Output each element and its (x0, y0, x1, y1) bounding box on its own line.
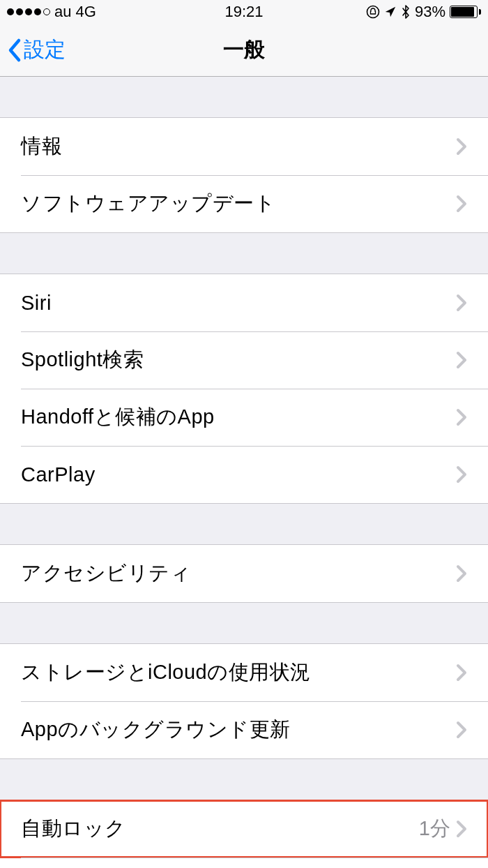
settings-row[interactable]: Siri (0, 274, 488, 331)
settings-row[interactable]: アクセシビリティ (0, 545, 488, 602)
section-gap (0, 603, 488, 643)
settings-row[interactable]: Spotlight検索 (0, 331, 488, 389)
nav-bar: 設定 一般 (0, 24, 488, 77)
page-title: 一般 (223, 36, 265, 64)
chevron-right-icon (456, 465, 467, 484)
row-label: ソフトウェアアップデート (21, 190, 456, 218)
location-icon (384, 6, 397, 18)
row-label: Siri (21, 292, 456, 315)
chevron-right-icon (456, 293, 467, 313)
svg-point-0 (367, 6, 379, 18)
settings-group: アクセシビリティ (0, 544, 488, 603)
settings-row[interactable]: ソフトウェアアップデート (0, 175, 488, 232)
battery-icon (450, 6, 481, 18)
section-gap (0, 233, 488, 274)
chevron-right-icon (456, 564, 467, 583)
chevron-right-icon (456, 720, 467, 740)
settings-group: 自動ロック1分機能制限オン (0, 800, 488, 868)
back-button[interactable]: 設定 (0, 36, 66, 64)
settings-row[interactable]: ストレージとiCloudの使用状況 (0, 644, 488, 701)
row-label: Handoffと候補のApp (21, 403, 456, 431)
row-label: Spotlight検索 (21, 346, 456, 374)
carrier-label: au (54, 3, 71, 21)
orientation-lock-icon (366, 5, 380, 19)
settings-group: SiriSpotlight検索Handoffと候補のAppCarPlay (0, 274, 488, 504)
settings-row[interactable]: 機能制限オン (0, 858, 488, 868)
settings-row[interactable]: Handoffと候補のApp (0, 389, 488, 446)
settings-group: ストレージとiCloudの使用状況Appのバックグラウンド更新 (0, 643, 488, 759)
settings-row[interactable]: 情報 (0, 118, 488, 175)
chevron-right-icon (456, 407, 467, 427)
battery-percent: 93% (415, 3, 445, 21)
bluetooth-icon (401, 4, 411, 20)
signal-strength-icon (7, 8, 50, 15)
settings-row[interactable]: CarPlay (0, 446, 488, 503)
chevron-right-icon (456, 194, 467, 214)
row-label: ストレージとiCloudの使用状況 (21, 659, 456, 687)
chevron-left-icon (7, 38, 22, 63)
row-value: 1分 (419, 815, 450, 843)
chevron-right-icon (456, 663, 467, 682)
settings-list: 情報ソフトウェアアップデートSiriSpotlight検索Handoffと候補の… (0, 77, 488, 868)
network-label: 4G (75, 3, 96, 21)
row-label: CarPlay (21, 463, 456, 486)
section-gap (0, 77, 488, 117)
section-gap (0, 759, 488, 800)
section-gap (0, 504, 488, 544)
row-label: 情報 (21, 133, 456, 160)
row-label: Appのバックグラウンド更新 (21, 716, 456, 744)
settings-group: 情報ソフトウェアアップデート (0, 117, 488, 233)
row-label: アクセシビリティ (21, 560, 456, 588)
status-left: au 4G (7, 3, 96, 21)
row-label: 自動ロック (21, 815, 419, 843)
settings-row[interactable]: Appのバックグラウンド更新 (0, 701, 488, 758)
chevron-right-icon (456, 137, 467, 156)
settings-row[interactable]: 自動ロック1分 (0, 800, 488, 858)
status-right: 93% (366, 3, 481, 21)
back-label: 設定 (24, 36, 66, 64)
chevron-right-icon (456, 819, 467, 839)
status-bar: au 4G 19:21 93% (0, 0, 488, 24)
clock: 19:21 (224, 3, 263, 21)
chevron-right-icon (456, 350, 467, 370)
